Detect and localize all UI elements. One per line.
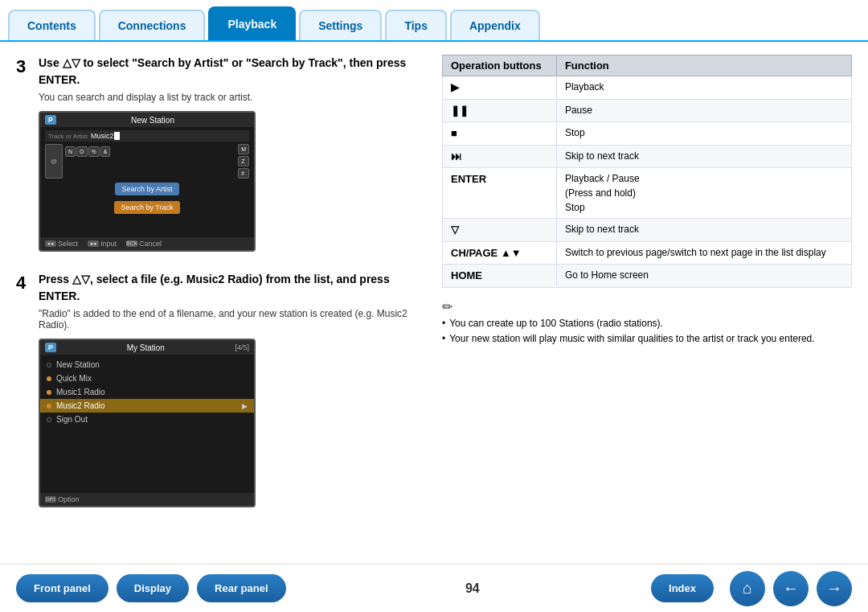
input-label: Input (100, 240, 117, 248)
table-btn-enter: ENTER (443, 168, 557, 219)
dot-signout (47, 417, 51, 422)
step-3-desc: You can search and display a list by tra… (39, 92, 426, 103)
notes-section: ✏ • You can create up to 100 Stations (r… (442, 299, 852, 344)
dot-quickmix (47, 376, 51, 381)
dot-new (47, 363, 51, 368)
table-btn-play: ▶ (443, 76, 557, 100)
station-signout: Sign Out (40, 413, 254, 426)
station-arrow: ▶ (242, 402, 248, 410)
screen-mockup-2: P My Station [4/5] New Station Quick Mix (39, 339, 256, 507)
btn-index[interactable]: Index (651, 574, 714, 602)
screen1-logo: P (45, 115, 56, 125)
station-label-music1: Music1 Radio (56, 388, 105, 396)
bottom-navigation: Front panel Display Rear panel 94 Index … (0, 564, 868, 612)
screen1-header: P New Station (40, 113, 254, 127)
table-row: ▽ Skip to next track (443, 219, 852, 242)
table-btn-down: ▽ (443, 219, 557, 242)
table-func-skip: Skip to next track (556, 145, 851, 168)
station-new: New Station (40, 358, 254, 372)
key-amp: & (100, 146, 111, 157)
table-func-down: Skip to next track (556, 219, 851, 242)
table-row: ❚❚ Pause (443, 99, 852, 122)
dot-music2 (47, 404, 51, 409)
step-4-number: 4 (16, 271, 39, 512)
back-icon: BCK (126, 240, 137, 247)
table-func-stop: Stop (556, 122, 851, 146)
table-func-pause: Pause (556, 99, 851, 122)
btn-display[interactable]: Display (117, 574, 189, 602)
station-label-music2: Music2 Radio (56, 401, 105, 410)
key-right: M Z # (238, 144, 249, 179)
tab-playback[interactable]: Playback (208, 6, 296, 40)
key-at: @ (45, 144, 63, 179)
keyboard-row-1: N O % & (65, 146, 235, 157)
main-content: 3 Use △▽ to select "Search by Artist" or… (0, 42, 868, 569)
btn-front-panel[interactable]: Front panel (16, 574, 108, 602)
step-3-number: 3 (16, 55, 39, 257)
operation-table: Operation buttons Function ▶ Playback ❚❚… (442, 55, 852, 288)
note-bullet-2: • (442, 333, 445, 344)
step-3-title: Use △▽ to select "Search by Artist" or "… (39, 55, 426, 88)
top-navigation: Contents Connections Playback Settings T… (0, 0, 868, 42)
table-row: ENTER Playback / Pause (Press and hold) … (443, 168, 852, 219)
btn-rear-panel[interactable]: Rear panel (197, 574, 285, 602)
table-btn-stop: ■ (443, 122, 557, 146)
table-btn-chpage: CH/PAGE ▲▼ (443, 241, 557, 265)
footer-select: ●● Select (45, 240, 78, 248)
screen2-logo: P (45, 343, 56, 352)
key-hash: # (238, 168, 249, 179)
screen2-title: My Station (127, 343, 165, 352)
station-label-signout: Sign Out (56, 415, 88, 424)
tab-contents[interactable]: Contents (8, 10, 96, 40)
select-icon: ●● (45, 240, 56, 247)
btn-next[interactable]: → (817, 571, 852, 606)
btn-search-track: Search by Track (114, 201, 179, 214)
right-column: Operation buttons Function ▶ Playback ❚❚… (442, 55, 852, 569)
screen1-title: New Station (131, 116, 174, 125)
tab-tips[interactable]: Tips (385, 10, 447, 40)
note-text-1: You can create up to 100 Stations (radio… (449, 318, 663, 329)
screen2-footer: OPT Option (40, 493, 254, 506)
option-label: Option (58, 495, 80, 503)
tab-settings[interactable]: Settings (299, 10, 382, 40)
keyboard-area: @ N O % & M Z (45, 144, 249, 179)
btn-back[interactable]: ← (773, 571, 809, 606)
note-1: • You can create up to 100 Stations (rad… (442, 318, 852, 329)
table-col1-header: Operation buttons (443, 55, 557, 76)
input-icon: ●● (88, 240, 99, 247)
btn-home[interactable]: ⌂ (730, 571, 765, 606)
note-bullet-1: • (442, 318, 445, 329)
dot-music1 (47, 390, 51, 395)
table-row: ■ Stop (443, 122, 852, 146)
station-label-new: New Station (56, 360, 100, 369)
key-n: N (65, 146, 76, 157)
screen-mockup-1: P New Station Track or Artist Music2 @ (39, 111, 256, 252)
screen2-header: P My Station [4/5] (40, 340, 254, 355)
key-percent: % (88, 146, 100, 157)
table-row: CH/PAGE ▲▼ Switch to previous page/switc… (443, 241, 852, 265)
table-col2-header: Function (556, 55, 851, 76)
track-label: Track or Artist (48, 133, 88, 140)
cursor (114, 132, 120, 140)
screen-btns: Search by Artist (45, 181, 249, 197)
footer-option: OPT Option (45, 495, 80, 503)
step-4-desc: "Radio" is added to the end of a filenam… (39, 308, 426, 331)
tab-appendix[interactable]: Appendix (450, 10, 540, 40)
note-text-2: Your new station will play music with si… (449, 333, 814, 344)
station-list: New Station Quick Mix Music1 Radio (40, 355, 254, 429)
table-btn-pause: ❚❚ (443, 99, 557, 122)
table-btn-skip: ⏭ (443, 145, 557, 168)
tab-connections[interactable]: Connections (99, 10, 206, 40)
station-label-quickmix: Quick Mix (56, 374, 92, 383)
left-column: 3 Use △▽ to select "Search by Artist" or… (16, 55, 442, 569)
footer-input: ●● Input (88, 240, 117, 248)
table-row: HOME Go to Home screen (443, 265, 852, 288)
key-z: Z (238, 156, 249, 166)
station-quickmix: Quick Mix (40, 372, 254, 385)
table-func-play: Playback (556, 76, 851, 100)
key-m: M (238, 144, 249, 154)
table-func-enter: Playback / Pause (Press and hold) Stop (556, 168, 851, 219)
table-row: ▶ Playback (443, 76, 852, 100)
step-4-content: Press △▽, select a file (e.g. Music2 Rad… (39, 271, 426, 512)
step-3-block: 3 Use △▽ to select "Search by Artist" or… (16, 55, 426, 257)
